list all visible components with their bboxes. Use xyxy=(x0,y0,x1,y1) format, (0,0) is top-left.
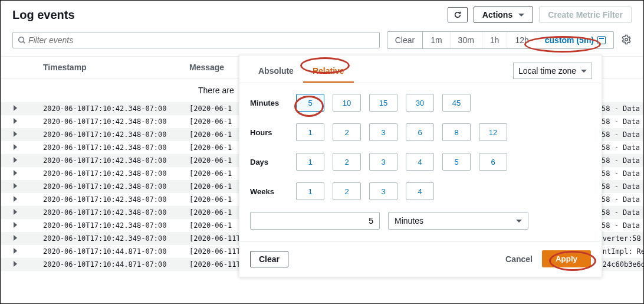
chip-minutes-15[interactable]: 15 xyxy=(369,94,397,112)
chip-hours-8[interactable]: 8 xyxy=(442,123,471,141)
chip-hours-3[interactable]: 3 xyxy=(369,123,397,141)
expand-toggle[interactable] xyxy=(1,260,30,269)
cell-tail: 58 - Data xyxy=(599,182,643,191)
triangle-right-icon xyxy=(14,170,17,176)
cell-tail: 58 - Data xyxy=(599,104,643,113)
cell-tail: 58 - Data xyxy=(599,169,643,178)
chip-hours-2[interactable]: 2 xyxy=(333,123,361,141)
chip-weeks-3[interactable]: 3 xyxy=(369,182,397,200)
chip-weeks-4[interactable]: 4 xyxy=(406,182,434,200)
chip-hours-6[interactable]: 6 xyxy=(406,123,434,141)
cell-timestamp: 2020-06-10T17:10:42.348-07:00 xyxy=(30,208,189,217)
triangle-right-icon xyxy=(14,196,17,202)
expand-toggle[interactable] xyxy=(1,156,30,165)
chip-weeks-2[interactable]: 2 xyxy=(333,182,361,200)
triangle-right-icon xyxy=(14,248,17,254)
triangle-right-icon xyxy=(14,105,17,111)
chip-hours-1[interactable]: 1 xyxy=(296,123,324,141)
cell-tail: 58 - Data xyxy=(599,195,643,204)
chip-minutes-10[interactable]: 10 xyxy=(333,94,361,112)
time-range-bar: Clear 1m 30m 1h 12h custom (5m) xyxy=(387,31,614,49)
chip-days-1[interactable]: 1 xyxy=(296,153,324,171)
triangle-right-icon xyxy=(14,209,17,215)
time-custom-label: custom (5m) xyxy=(545,35,594,45)
refresh-icon xyxy=(454,11,462,19)
cell-tail: 58 - Data xyxy=(599,117,643,126)
timezone-label: Local time zone xyxy=(518,66,576,76)
cell-tail: 58 - Data xyxy=(599,156,643,165)
time-custom[interactable]: custom (5m) xyxy=(537,32,613,48)
column-header-timestamp[interactable]: Timestamp xyxy=(30,63,189,72)
tab-absolute[interactable]: Absolute xyxy=(249,63,303,83)
cell-timestamp: 2020-06-10T17:10:42.348-07:00 xyxy=(30,156,189,165)
weeks-row-label: Weeks xyxy=(250,187,296,196)
refresh-button[interactable] xyxy=(448,7,468,22)
time-clear[interactable]: Clear xyxy=(387,32,423,48)
caret-down-icon xyxy=(581,70,587,73)
caret-down-icon xyxy=(518,14,524,17)
cell-timestamp: 2020-06-10T17:10:42.348-07:00 xyxy=(30,195,189,204)
custom-unit-label: Minutes xyxy=(395,216,423,225)
expand-toggle[interactable] xyxy=(1,104,30,113)
chip-days-2[interactable]: 2 xyxy=(333,153,361,171)
custom-unit-select[interactable]: Minutes xyxy=(388,212,528,230)
chip-minutes-45[interactable]: 45 xyxy=(442,94,471,112)
triangle-right-icon xyxy=(14,235,17,241)
search-icon xyxy=(18,36,26,44)
minutes-row-label: Minutes xyxy=(250,99,296,107)
custom-duration-input[interactable] xyxy=(250,212,380,230)
popover-cancel-button[interactable]: Cancel xyxy=(496,251,542,267)
time-range-popover: Absolute Relative Local time zone Minute… xyxy=(239,55,602,277)
expand-toggle[interactable] xyxy=(1,130,30,139)
page-title: Log events xyxy=(12,8,75,22)
expand-toggle[interactable] xyxy=(1,221,30,230)
expand-toggle[interactable] xyxy=(1,234,30,243)
expand-toggle[interactable] xyxy=(1,182,30,191)
cell-timestamp: 2020-06-10T17:10:42.348-07:00 xyxy=(30,182,189,191)
hours-row-label: Hours xyxy=(250,128,296,137)
cell-tail: 58 - Data xyxy=(599,208,643,217)
cell-tail: 58 - Data xyxy=(599,221,643,230)
settings-button[interactable] xyxy=(621,34,632,47)
cell-tail: 58 - Data xyxy=(599,143,643,152)
chip-minutes-5[interactable]: 5 xyxy=(296,94,324,112)
chip-days-3[interactable]: 3 xyxy=(369,153,397,171)
expand-toggle[interactable] xyxy=(1,195,30,204)
calendar-icon xyxy=(597,36,606,44)
chip-days-5[interactable]: 5 xyxy=(442,153,471,171)
expand-toggle[interactable] xyxy=(1,169,30,178)
chip-hours-12[interactable]: 12 xyxy=(479,123,507,141)
time-preset-1m[interactable]: 1m xyxy=(423,32,450,48)
actions-label: Actions xyxy=(482,10,512,19)
filter-events-input-wrap[interactable] xyxy=(12,32,380,48)
svg-point-0 xyxy=(19,37,24,43)
cell-timestamp: 2020-06-10T17:10:42.348-07:00 xyxy=(30,169,189,178)
chip-days-4[interactable]: 4 xyxy=(406,153,434,171)
chip-days-6[interactable]: 6 xyxy=(479,153,507,171)
time-preset-1h[interactable]: 1h xyxy=(482,32,508,48)
time-preset-12h[interactable]: 12h xyxy=(507,32,537,48)
caret-down-icon xyxy=(516,220,522,223)
cell-timestamp: 2020-06-10T17:10:42.348-07:00 xyxy=(30,143,189,152)
actions-button[interactable]: Actions xyxy=(474,6,533,23)
create-metric-filter-button[interactable]: Create Metric Filter xyxy=(539,6,632,23)
popover-apply-button[interactable]: Apply xyxy=(542,250,591,267)
time-preset-30m[interactable]: 30m xyxy=(451,32,482,48)
cell-timestamp: 2020-06-10T17:10:44.871-07:00 xyxy=(30,247,189,256)
chip-weeks-1[interactable]: 1 xyxy=(296,182,324,200)
gear-icon xyxy=(621,34,632,45)
triangle-right-icon xyxy=(14,131,17,137)
expand-toggle[interactable] xyxy=(1,117,30,126)
expand-toggle[interactable] xyxy=(1,208,30,217)
timezone-select[interactable]: Local time zone xyxy=(513,63,592,79)
cell-tail: 58 - Data xyxy=(599,130,643,139)
popover-clear-button[interactable]: Clear xyxy=(250,251,288,267)
triangle-right-icon xyxy=(14,144,17,150)
tab-relative[interactable]: Relative xyxy=(303,63,354,83)
expand-toggle[interactable] xyxy=(1,247,30,256)
triangle-right-icon xyxy=(14,118,17,124)
expand-toggle[interactable] xyxy=(1,143,30,152)
chip-minutes-30[interactable]: 30 xyxy=(406,94,434,112)
filter-events-input[interactable] xyxy=(28,35,374,45)
days-row-label: Days xyxy=(250,158,296,166)
